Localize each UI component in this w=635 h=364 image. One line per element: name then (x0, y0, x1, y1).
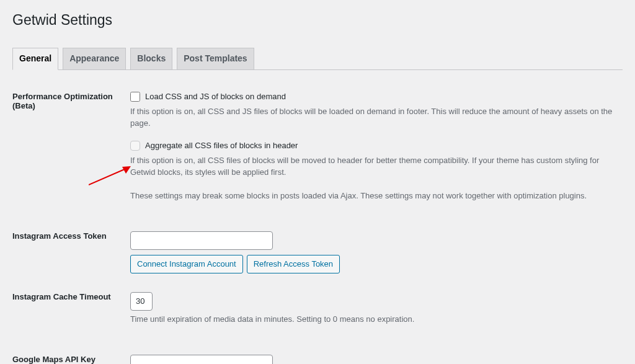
checkbox-aggregate-css[interactable] (130, 141, 140, 151)
tab-appearance[interactable]: Appearance (63, 48, 126, 69)
connect-instagram-button[interactable]: Connect Instagram Account (130, 255, 243, 273)
settings-form: Performance Optimization (Beta) Load CSS… (12, 82, 623, 364)
label-perf-opt: Performance Optimization (Beta) (12, 82, 124, 223)
label-instagram-cache: Instagram Cache Timeout (12, 283, 124, 346)
note-perf-opt: These settings may break some blocks in … (130, 190, 616, 202)
input-instagram-token[interactable] (130, 231, 273, 250)
row-instagram-token: Instagram Access Token Connect Instagram… (12, 222, 623, 283)
page-title: Getwid Settings (12, 6, 623, 31)
tab-post-templates[interactable]: Post Templates (177, 48, 254, 69)
label-google-maps: Google Maps API Key (12, 345, 124, 364)
row-instagram-cache: Instagram Cache Timeout Time until expir… (12, 283, 623, 346)
row-google-maps: Google Maps API Key (12, 345, 623, 364)
tab-general[interactable]: General (12, 48, 58, 70)
input-google-maps[interactable] (130, 355, 273, 364)
row-perf-opt: Performance Optimization (Beta) Load CSS… (12, 82, 623, 223)
desc-aggregate-css: If this option is on, all CSS files of b… (130, 154, 616, 179)
label-instagram-token: Instagram Access Token (12, 222, 124, 283)
refresh-token-button[interactable]: Refresh Access Token (247, 255, 340, 273)
tabs-nav: General Appearance Blocks Post Templates (12, 42, 623, 70)
label-aggregate-css: Aggregate all CSS files of blocks in hea… (145, 141, 298, 150)
desc-instagram-cache: Time until expiration of media data in m… (130, 313, 616, 326)
tab-blocks[interactable]: Blocks (130, 48, 172, 69)
input-instagram-cache[interactable] (130, 292, 153, 311)
desc-load-demand: If this option is on, all CSS and JS fil… (130, 105, 616, 130)
label-load-demand: Load CSS and JS of blocks on demand (145, 92, 286, 101)
checkbox-load-demand[interactable] (130, 92, 140, 102)
